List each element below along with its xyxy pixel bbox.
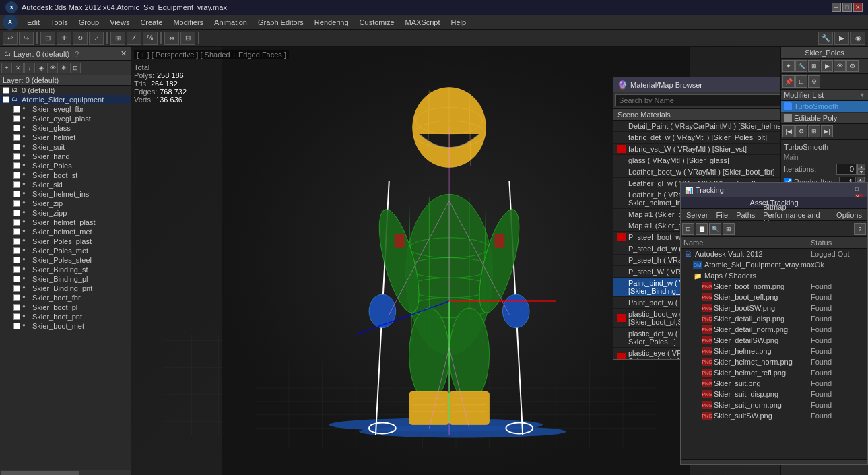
rp-motion[interactable]: ▶ — [821, 60, 833, 72]
toolbar-mirror[interactable]: ⇔ — [164, 32, 179, 45]
layer-checkbox-22[interactable] — [13, 294, 20, 301]
layer-checkbox-15[interactable] — [13, 228, 20, 235]
layer-checkbox-9[interactable] — [13, 172, 20, 179]
at-item-0[interactable]: 🏛Autodesk Vault 2012Logged Out — [681, 249, 867, 259]
modifier-turbosmoothBtn[interactable]: TurboSmooth — [781, 101, 868, 112]
at-item-4[interactable]: PNGSkier_boot_refl.pngFound — [681, 292, 867, 303]
layers-delete[interactable]: ✕ — [13, 63, 24, 73]
at-item-7[interactable]: PNGSkier_detail_norm.pngFound — [681, 324, 867, 335]
layers-list[interactable]: 🗂0 (default)🗂Atomic_Skier_equipment●Skie… — [0, 86, 131, 470]
toolbar-move[interactable]: ✛ — [57, 32, 71, 45]
layers-select[interactable]: ◈ — [36, 63, 46, 73]
layer-item-10[interactable]: ●Skier_ski — [0, 180, 131, 189]
rp-nav-2[interactable]: ⚙ — [795, 125, 807, 137]
layer-checkbox-7[interactable] — [13, 153, 20, 160]
at-btn-3[interactable]: 🔍 — [709, 223, 721, 235]
layer-item-12[interactable]: ●Skier_zip — [0, 199, 131, 208]
menu-create[interactable]: Create — [135, 17, 168, 28]
layers-add-sel[interactable]: ↓ — [24, 63, 35, 73]
at-menu-paths[interactable]: Paths — [732, 210, 759, 220]
at-menu-options[interactable]: Options — [832, 210, 866, 220]
layer-item-15[interactable]: ●Skier_helmet_met — [0, 227, 131, 236]
at-menu-server[interactable]: Server — [682, 210, 712, 220]
mb-material-2[interactable]: fabric_vst_W ( VRayMtl ) [Skier_vst] — [613, 144, 780, 155]
menu-animation[interactable]: Animation — [209, 17, 253, 28]
layer-item-21[interactable]: ●Skier_Binding_pnt — [0, 284, 131, 293]
menu-maxscript[interactable]: MAXScript — [400, 17, 446, 28]
rp-modify[interactable]: 🔧 — [795, 60, 807, 72]
layer-item-23[interactable]: ●Skier_boot_pl — [0, 303, 131, 312]
menu-edit[interactable]: Edit — [22, 17, 45, 28]
mb-minimize[interactable]: ─ — [778, 81, 780, 89]
toolbar-align[interactable]: ⊟ — [180, 32, 195, 45]
layer-checkbox-2[interactable] — [13, 106, 20, 113]
layer-checkbox-23[interactable] — [13, 304, 20, 311]
layer-item-20[interactable]: ●Skier_Binding_pl — [0, 274, 131, 284]
at-item-1[interactable]: 3MAtomic_Ski_Equipment_vray.maxOk — [681, 259, 867, 270]
layer-item-22[interactable]: ●Skier_boot_fbr — [0, 293, 131, 303]
toolbar-rotate[interactable]: ↻ — [73, 32, 88, 45]
layer-item-2[interactable]: ●Skier_eyegl_fbr — [0, 104, 131, 114]
toolbar-redo[interactable]: ↪ — [19, 32, 34, 45]
mb-material-4[interactable]: Leather_boot_w ( VRayMtl ) [Skier_boot_f… — [613, 166, 780, 178]
rp-mod-config[interactable]: ⚙ — [808, 75, 820, 88]
at-item-9[interactable]: PNGSkier_helmet.pngFound — [681, 346, 867, 356]
menu-group[interactable]: Group — [73, 17, 105, 28]
menu-rendering[interactable]: Rendering — [309, 17, 354, 28]
layer-item-8[interactable]: ●Skier_Poles — [0, 161, 131, 170]
layer-item-9[interactable]: ●Skier_boot_st — [0, 170, 131, 180]
layers-render-all[interactable]: ⊡ — [70, 63, 81, 73]
rp-nav-3[interactable]: ⊞ — [808, 125, 820, 137]
rp-display[interactable]: 👁 — [834, 60, 846, 72]
layer-item-13[interactable]: ●Skier_zipp — [0, 208, 131, 218]
layer-checkbox-12[interactable] — [13, 200, 20, 207]
rp-create[interactable]: ✦ — [782, 60, 795, 72]
layer-checkbox-5[interactable] — [13, 134, 20, 141]
maximize-button[interactable]: □ — [842, 3, 852, 12]
at-item-12[interactable]: PNGSkier_suit.pngFound — [681, 378, 867, 389]
layer-item-4[interactable]: ●Skier_glass — [0, 123, 131, 133]
layer-checkbox-24[interactable] — [13, 313, 20, 320]
rp-nav-4[interactable]: ▶| — [821, 125, 833, 137]
layer-checkbox-8[interactable] — [13, 162, 20, 169]
layer-item-3[interactable]: ●Skier_eyegl_plast — [0, 114, 131, 123]
rp-hierarchy[interactable]: ⊞ — [808, 60, 820, 72]
mb-material-3[interactable]: glass ( VRayMtl ) [Skier_glass] — [613, 155, 780, 166]
layer-item-5[interactable]: ●Skier_helmet — [0, 133, 131, 142]
iterations-down[interactable]: ▼ — [857, 169, 865, 175]
menu-views[interactable]: Views — [104, 17, 135, 28]
layer-checkbox-19[interactable] — [13, 266, 20, 273]
layer-checkbox-14[interactable] — [13, 219, 20, 226]
layer-dialog-close[interactable]: ✕ — [121, 49, 127, 58]
at-maximize[interactable]: □ — [855, 186, 863, 194]
rp-mod-show[interactable]: ⊡ — [795, 75, 807, 88]
rp-mod-pin[interactable]: 📌 — [782, 75, 795, 88]
layers-scrollbar[interactable] — [0, 470, 131, 475]
menu-customize[interactable]: Customize — [354, 17, 400, 28]
layer-item-7[interactable]: ●Skier_hand — [0, 152, 131, 161]
at-item-6[interactable]: PNGSkier_detail_disp.pngFound — [681, 313, 867, 324]
layer-checkbox-13[interactable] — [13, 210, 20, 216]
at-item-8[interactable]: PNGSkier_detailSW.pngFound — [681, 335, 867, 346]
at-menu-file[interactable]: File — [712, 210, 732, 220]
toolbar-angle[interactable]: ∠ — [127, 32, 141, 45]
rp-utilities[interactable]: ⚙ — [846, 60, 859, 72]
toolbar-select[interactable]: ⊡ — [40, 32, 55, 45]
layer-item-19[interactable]: ●Skier_Binding_st — [0, 265, 131, 274]
layer-checkbox-25[interactable] — [13, 323, 20, 329]
layer-item-0[interactable]: 🗂0 (default) — [0, 86, 131, 95]
layer-item-17[interactable]: ●Skier_Poles_met — [0, 246, 131, 255]
close-button[interactable]: ✕ — [853, 3, 863, 12]
menu-help[interactable]: Help — [446, 17, 472, 28]
modifier-editable-poly[interactable]: Editable Poly — [781, 113, 868, 123]
layer-item-11[interactable]: ●Skier_helmet_ins — [0, 189, 131, 199]
at-item-5[interactable]: PNGSkier_bootSW.pngFound — [681, 303, 867, 313]
layer-checkbox-11[interactable] — [13, 191, 20, 197]
toolbar-active-shade[interactable]: ◉ — [850, 32, 865, 45]
at-items-list[interactable]: 🏛Autodesk Vault 2012Logged Out3MAtomic_S… — [681, 249, 867, 459]
layer-item-6[interactable]: ●Skier_suit — [0, 142, 131, 152]
layer-dialog-help[interactable]: ? — [75, 50, 79, 58]
layer-item-14[interactable]: ●Skier_helmet_plast — [0, 218, 131, 227]
at-btn-2[interactable]: 📋 — [696, 223, 708, 235]
mb-search-input[interactable] — [615, 94, 780, 106]
